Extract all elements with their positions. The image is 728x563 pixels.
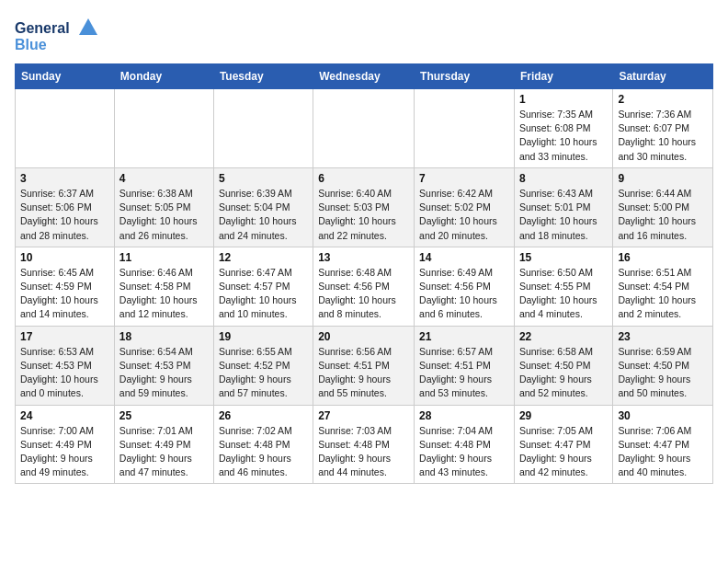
day-info: Sunrise: 6:47 AM Sunset: 4:57 PM Dayligh…	[219, 266, 308, 322]
day-number: 3	[20, 172, 109, 185]
day-number: 23	[618, 330, 708, 343]
day-info: Sunrise: 6:45 AM Sunset: 4:59 PM Dayligh…	[20, 266, 109, 322]
day-info: Sunrise: 7:05 AM Sunset: 4:47 PM Dayligh…	[519, 424, 608, 480]
day-cell: 10Sunrise: 6:45 AM Sunset: 4:59 PM Dayli…	[16, 247, 115, 326]
week-row-1: 1Sunrise: 7:35 AM Sunset: 6:08 PM Daylig…	[16, 89, 713, 168]
day-info: Sunrise: 6:37 AM Sunset: 5:06 PM Dayligh…	[20, 187, 109, 243]
day-info: Sunrise: 7:02 AM Sunset: 4:48 PM Dayligh…	[219, 424, 308, 480]
day-number: 7	[419, 172, 509, 185]
svg-text:General: General	[15, 20, 70, 36]
day-number: 19	[219, 330, 308, 343]
day-cell: 27Sunrise: 7:03 AM Sunset: 4:48 PM Dayli…	[313, 405, 415, 484]
weekday-header-wednesday: Wednesday	[313, 64, 415, 89]
weekday-header-row: SundayMondayTuesdayWednesdayThursdayFrid…	[16, 64, 713, 89]
day-info: Sunrise: 6:59 AM Sunset: 4:50 PM Dayligh…	[618, 345, 708, 401]
week-row-2: 3Sunrise: 6:37 AM Sunset: 5:06 PM Daylig…	[16, 167, 713, 247]
day-number: 8	[519, 172, 608, 185]
day-number: 11	[119, 251, 209, 264]
day-info: Sunrise: 6:55 AM Sunset: 4:52 PM Dayligh…	[219, 345, 308, 401]
day-cell: 24Sunrise: 7:00 AM Sunset: 4:49 PM Dayli…	[16, 405, 115, 484]
weekday-header-friday: Friday	[514, 64, 612, 89]
day-cell: 3Sunrise: 6:37 AM Sunset: 5:06 PM Daylig…	[16, 167, 115, 247]
day-number: 24	[20, 409, 109, 422]
day-info: Sunrise: 6:43 AM Sunset: 5:01 PM Dayligh…	[519, 187, 608, 243]
day-number: 28	[419, 409, 509, 422]
day-info: Sunrise: 6:56 AM Sunset: 4:51 PM Dayligh…	[318, 345, 409, 401]
week-row-4: 17Sunrise: 6:53 AM Sunset: 4:53 PM Dayli…	[16, 326, 713, 405]
day-number: 16	[618, 251, 708, 264]
day-info: Sunrise: 6:46 AM Sunset: 4:58 PM Dayligh…	[119, 266, 209, 322]
day-number: 6	[318, 172, 409, 185]
day-number: 5	[219, 172, 308, 185]
day-cell	[114, 89, 213, 168]
day-number: 1	[519, 93, 608, 106]
day-info: Sunrise: 6:51 AM Sunset: 4:54 PM Dayligh…	[618, 266, 708, 322]
day-cell	[16, 89, 115, 168]
day-cell	[313, 89, 415, 168]
svg-text:Blue: Blue	[15, 37, 47, 52]
day-info: Sunrise: 6:57 AM Sunset: 4:51 PM Dayligh…	[419, 345, 509, 401]
day-info: Sunrise: 6:54 AM Sunset: 4:53 PM Dayligh…	[119, 345, 209, 401]
day-cell: 11Sunrise: 6:46 AM Sunset: 4:58 PM Dayli…	[114, 247, 213, 326]
day-cell: 6Sunrise: 6:40 AM Sunset: 5:03 PM Daylig…	[313, 167, 415, 247]
day-info: Sunrise: 7:04 AM Sunset: 4:48 PM Dayligh…	[419, 424, 509, 480]
page-header: General Blue	[15, 15, 713, 56]
day-number: 13	[318, 251, 409, 264]
day-info: Sunrise: 6:44 AM Sunset: 5:00 PM Dayligh…	[618, 187, 708, 243]
day-info: Sunrise: 7:36 AM Sunset: 6:07 PM Dayligh…	[618, 108, 708, 164]
day-cell: 26Sunrise: 7:02 AM Sunset: 4:48 PM Dayli…	[213, 405, 313, 484]
day-info: Sunrise: 6:53 AM Sunset: 4:53 PM Dayligh…	[20, 345, 109, 401]
day-cell: 29Sunrise: 7:05 AM Sunset: 4:47 PM Dayli…	[514, 405, 612, 484]
day-number: 17	[20, 330, 109, 343]
weekday-header-sunday: Sunday	[16, 64, 115, 89]
day-number: 25	[119, 409, 209, 422]
day-info: Sunrise: 6:42 AM Sunset: 5:02 PM Dayligh…	[419, 187, 509, 243]
day-cell: 7Sunrise: 6:42 AM Sunset: 5:02 PM Daylig…	[415, 167, 515, 247]
day-number: 20	[318, 330, 409, 343]
day-cell: 12Sunrise: 6:47 AM Sunset: 4:57 PM Dayli…	[213, 247, 313, 326]
day-cell: 1Sunrise: 7:35 AM Sunset: 6:08 PM Daylig…	[514, 89, 612, 168]
day-cell: 9Sunrise: 6:44 AM Sunset: 5:00 PM Daylig…	[613, 167, 713, 247]
day-number: 21	[419, 330, 509, 343]
day-cell: 16Sunrise: 6:51 AM Sunset: 4:54 PM Dayli…	[613, 247, 713, 326]
day-number: 4	[119, 172, 209, 185]
day-number: 15	[519, 251, 608, 264]
day-number: 22	[519, 330, 608, 343]
logo-svg: General Blue	[15, 15, 97, 56]
day-number: 12	[219, 251, 308, 264]
day-cell: 5Sunrise: 6:39 AM Sunset: 5:04 PM Daylig…	[213, 167, 313, 247]
week-row-3: 10Sunrise: 6:45 AM Sunset: 4:59 PM Dayli…	[16, 247, 713, 326]
day-number: 18	[119, 330, 209, 343]
day-number: 30	[618, 409, 708, 422]
day-info: Sunrise: 7:35 AM Sunset: 6:08 PM Dayligh…	[519, 108, 608, 164]
day-info: Sunrise: 6:40 AM Sunset: 5:03 PM Dayligh…	[318, 187, 409, 243]
day-cell: 21Sunrise: 6:57 AM Sunset: 4:51 PM Dayli…	[415, 326, 515, 405]
day-info: Sunrise: 7:01 AM Sunset: 4:49 PM Dayligh…	[119, 424, 209, 480]
day-number: 9	[618, 172, 708, 185]
day-number: 26	[219, 409, 308, 422]
day-number: 2	[618, 93, 708, 106]
logo: General Blue	[15, 15, 97, 56]
day-info: Sunrise: 6:48 AM Sunset: 4:56 PM Dayligh…	[318, 266, 409, 322]
day-info: Sunrise: 6:50 AM Sunset: 4:55 PM Dayligh…	[519, 266, 608, 322]
weekday-header-monday: Monday	[114, 64, 213, 89]
day-cell: 13Sunrise: 6:48 AM Sunset: 4:56 PM Dayli…	[313, 247, 415, 326]
day-info: Sunrise: 6:39 AM Sunset: 5:04 PM Dayligh…	[219, 187, 308, 243]
day-info: Sunrise: 7:00 AM Sunset: 4:49 PM Dayligh…	[20, 424, 109, 480]
day-cell	[415, 89, 515, 168]
day-cell	[213, 89, 313, 168]
day-cell: 25Sunrise: 7:01 AM Sunset: 4:49 PM Dayli…	[114, 405, 213, 484]
calendar-table: SundayMondayTuesdayWednesdayThursdayFrid…	[15, 63, 713, 484]
day-info: Sunrise: 7:03 AM Sunset: 4:48 PM Dayligh…	[318, 424, 409, 480]
day-cell: 2Sunrise: 7:36 AM Sunset: 6:07 PM Daylig…	[613, 89, 713, 168]
day-info: Sunrise: 7:06 AM Sunset: 4:47 PM Dayligh…	[618, 424, 708, 480]
day-info: Sunrise: 6:58 AM Sunset: 4:50 PM Dayligh…	[519, 345, 608, 401]
day-cell: 4Sunrise: 6:38 AM Sunset: 5:05 PM Daylig…	[114, 167, 213, 247]
day-number: 14	[419, 251, 509, 264]
day-cell: 30Sunrise: 7:06 AM Sunset: 4:47 PM Dayli…	[613, 405, 713, 484]
day-cell: 22Sunrise: 6:58 AM Sunset: 4:50 PM Dayli…	[514, 326, 612, 405]
day-cell: 23Sunrise: 6:59 AM Sunset: 4:50 PM Dayli…	[613, 326, 713, 405]
svg-marker-2	[79, 18, 97, 35]
day-cell: 20Sunrise: 6:56 AM Sunset: 4:51 PM Dayli…	[313, 326, 415, 405]
day-cell: 14Sunrise: 6:49 AM Sunset: 4:56 PM Dayli…	[415, 247, 515, 326]
